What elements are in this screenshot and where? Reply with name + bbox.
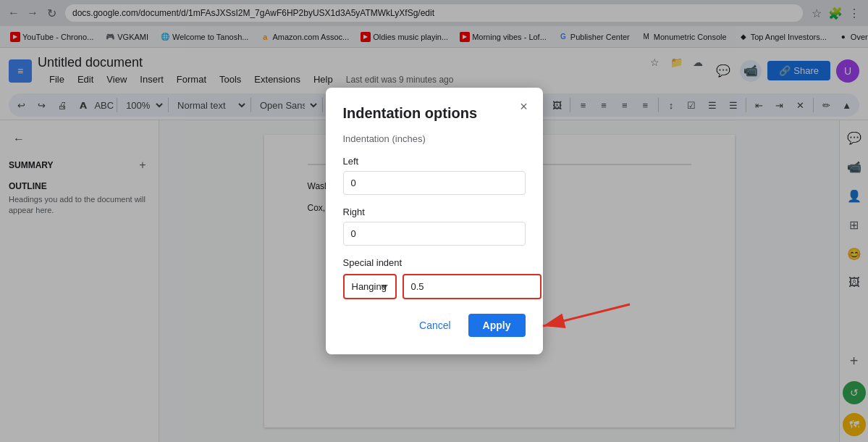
apply-button[interactable]: Apply xyxy=(468,314,526,337)
indentation-modal: Indentation options × Indentation (inche… xyxy=(326,88,543,354)
modal-subtitle: Indentation (inches) xyxy=(343,133,526,144)
cancel-button[interactable]: Cancel xyxy=(408,314,463,337)
special-indent-type-select[interactable]: None First line Hanging xyxy=(343,274,397,299)
modal-title: Indentation options xyxy=(343,105,526,122)
special-indent-section: Special indent None First line Hanging xyxy=(343,257,526,299)
red-arrow-svg xyxy=(536,297,637,333)
special-indent-row: None First line Hanging xyxy=(343,274,526,299)
right-indent-row: Right xyxy=(343,207,526,246)
left-indent-row: Left xyxy=(343,156,526,195)
right-indent-label: Right xyxy=(343,207,526,217)
special-indent-label: Special indent xyxy=(343,257,526,268)
svg-line-1 xyxy=(543,304,630,326)
modal-footer: Cancel Apply xyxy=(343,314,526,337)
left-indent-label: Left xyxy=(343,156,526,167)
arrow-indicator xyxy=(536,297,637,335)
modal-close-button[interactable]: × xyxy=(514,96,534,117)
special-indent-value-input[interactable] xyxy=(403,274,542,299)
right-indent-input[interactable] xyxy=(343,222,526,246)
modal-overlay: Indentation options × Indentation (inche… xyxy=(0,0,868,442)
left-indent-input[interactable] xyxy=(343,171,526,195)
